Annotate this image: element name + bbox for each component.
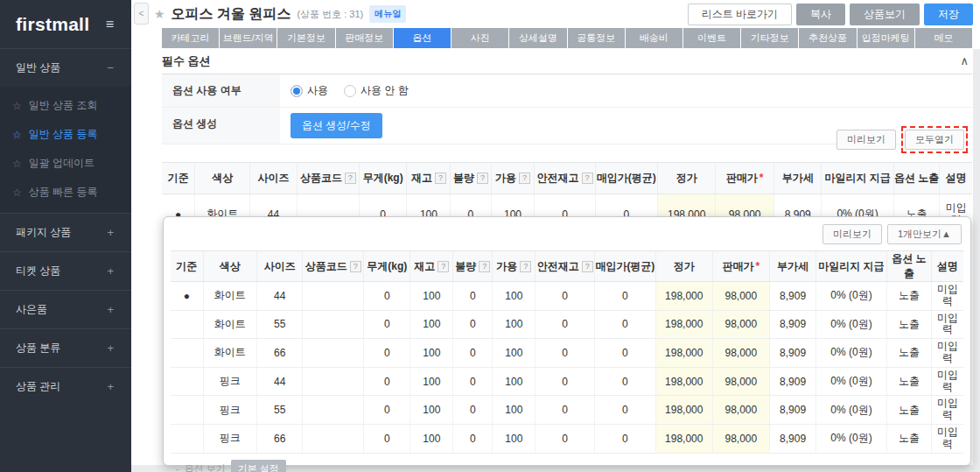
- tab-item[interactable]: 기타정보: [741, 28, 798, 48]
- chevron-up-icon[interactable]: ∧: [960, 54, 972, 67]
- tab-item[interactable]: 브랜드/지역: [220, 28, 276, 48]
- tab-item[interactable]: 기본정보: [277, 28, 334, 48]
- show-one-only-button[interactable]: 1개만보기▲: [887, 224, 962, 244]
- tab-item[interactable]: 카테고리: [162, 28, 219, 48]
- option-cell: 0: [364, 282, 410, 311]
- help-icon[interactable]: ?: [345, 173, 356, 184]
- column-header: 옵션 노출: [886, 251, 932, 282]
- help-icon[interactable]: ?: [435, 173, 446, 184]
- sidebar-item-link[interactable]: ☆일괄 업데이트: [0, 149, 131, 178]
- help-icon[interactable]: ?: [582, 261, 593, 272]
- column-header: 상품코드?: [303, 251, 364, 282]
- option-cell: 0: [453, 282, 493, 311]
- product-number: (상품 번호 : 31): [297, 8, 363, 21]
- option-cell: 0: [536, 339, 595, 368]
- option-use-label: 옵션 사용 여부: [162, 74, 280, 107]
- column-header: 불량?: [451, 163, 491, 194]
- sidebar-section[interactable]: 티켓 상품+: [0, 251, 131, 290]
- help-icon[interactable]: ?: [582, 173, 593, 184]
- create-edit-option-button[interactable]: 옵션 생성/수정: [290, 113, 382, 138]
- sidebar-section[interactable]: 상품 관리+: [0, 367, 131, 405]
- option-cell: 8,909: [769, 367, 816, 396]
- sidebar-collapse-button[interactable]: <: [134, 3, 149, 25]
- column-header: 무게(kg): [359, 163, 407, 194]
- column-header: 정가: [655, 251, 712, 282]
- option-cell: 0: [595, 282, 656, 311]
- section-title: 필수 옵션: [162, 53, 211, 69]
- base-option-cell: [171, 396, 203, 425]
- tab-item[interactable]: 상세설명: [509, 28, 566, 48]
- expand-plus-icon: +: [107, 303, 114, 316]
- sidebar-section-label: 패키지 상품: [16, 225, 71, 240]
- option-cell: 0% (0원): [816, 396, 886, 425]
- tab-active[interactable]: 옵션: [394, 28, 451, 48]
- radio-icon[interactable]: [290, 85, 303, 97]
- option-create-label: 옵션 생성: [162, 108, 280, 144]
- save-button[interactable]: 저장: [924, 4, 973, 25]
- topbar: ★ 오피스 겨울 원피스 (상품 번호 : 31) 메뉴얼 리스트 바로가기 복…: [131, 0, 980, 28]
- sidebar-section-label: 상품 분류: [16, 341, 60, 356]
- tab-item[interactable]: 배송비: [626, 28, 682, 48]
- sidebar-item-active[interactable]: ☆일반 상품 등록: [0, 120, 131, 149]
- option-cell: [303, 282, 364, 311]
- option-cell: 98,000: [712, 282, 769, 311]
- tab-item[interactable]: 추천상품: [799, 28, 856, 48]
- option-cell: [303, 310, 364, 339]
- preview-button[interactable]: 미리보기: [836, 130, 896, 150]
- expand-plus-icon: +: [107, 342, 114, 355]
- default-setting-button[interactable]: 기본 설정: [231, 460, 286, 472]
- option-row: 핑크550100010000198,00098,0008,9090% (0원)노…: [171, 396, 963, 425]
- option-cell: 100: [410, 339, 453, 368]
- sidebar-section-general-products[interactable]: 일반 상품 −: [0, 48, 131, 87]
- radio-icon[interactable]: [344, 85, 356, 97]
- tab-item[interactable]: 메모: [915, 28, 972, 48]
- base-option-cell: [171, 310, 203, 339]
- help-icon[interactable]: ?: [520, 261, 531, 272]
- favorite-star-icon[interactable]: ★: [154, 7, 165, 21]
- radio-option[interactable]: 사용 안 함: [344, 83, 409, 98]
- sidebar-item-link[interactable]: ☆상품 빠른 등록: [0, 178, 131, 207]
- option-cell: 55: [257, 310, 303, 339]
- hamburger-menu-icon[interactable]: ≡: [106, 18, 114, 32]
- sidebar-item-label: 상품 빠른 등록: [29, 185, 98, 200]
- sidebar-section[interactable]: 사은품+: [0, 290, 131, 328]
- option-cell: 핑크: [203, 424, 256, 453]
- sidebar-section[interactable]: 패키지 상품+: [0, 213, 131, 251]
- option-cell: 100: [493, 367, 536, 396]
- column-header: 무게(kg): [364, 251, 410, 282]
- tab-item[interactable]: 입점마케팅: [858, 28, 914, 48]
- help-icon[interactable]: ?: [477, 173, 488, 184]
- help-icon[interactable]: ?: [479, 261, 490, 272]
- page-title: 오피스 겨울 원피스: [172, 5, 291, 24]
- help-icon[interactable]: ?: [438, 261, 449, 272]
- sidebar-section-label: 상품 관리: [16, 379, 60, 394]
- tab-item[interactable]: 이벤트: [683, 28, 740, 48]
- option-cell: 노출: [886, 424, 932, 453]
- panel-preview-button[interactable]: 미리보기: [822, 224, 882, 244]
- tab-item[interactable]: 공통정보: [568, 28, 625, 48]
- option-cell: 핑크: [203, 367, 256, 396]
- option-cell: 100: [410, 367, 453, 396]
- option-cell: 100: [410, 424, 453, 453]
- footnote-bullet: -: [176, 463, 179, 472]
- copy-button[interactable]: 복사: [796, 4, 845, 25]
- view-product-button[interactable]: 상품보기: [850, 4, 920, 25]
- option-cell: [303, 424, 364, 453]
- help-icon[interactable]: ?: [350, 261, 361, 272]
- option-cell: 44: [257, 282, 303, 311]
- manual-badge[interactable]: 메뉴얼: [369, 5, 406, 23]
- option-cell: 44: [257, 367, 303, 396]
- option-cell: 0: [453, 396, 493, 425]
- expand-all-button[interactable]: 모두열기: [905, 130, 964, 150]
- expand-plus-icon: +: [107, 264, 114, 278]
- option-cell: 98,000: [712, 424, 769, 453]
- tab-item[interactable]: 사진: [452, 28, 508, 48]
- option-cell: 0: [536, 367, 595, 396]
- sidebar-item-link[interactable]: ☆일반 상품 조회: [0, 91, 131, 120]
- option-cell: 0% (0원): [816, 367, 886, 396]
- help-icon[interactable]: ?: [519, 173, 530, 184]
- sidebar-section[interactable]: 상품 분류+: [0, 328, 131, 367]
- go-to-list-button[interactable]: 리스트 바로가기: [688, 4, 792, 25]
- radio-option[interactable]: 사용: [290, 83, 328, 98]
- tab-item[interactable]: 판매정보: [336, 28, 393, 48]
